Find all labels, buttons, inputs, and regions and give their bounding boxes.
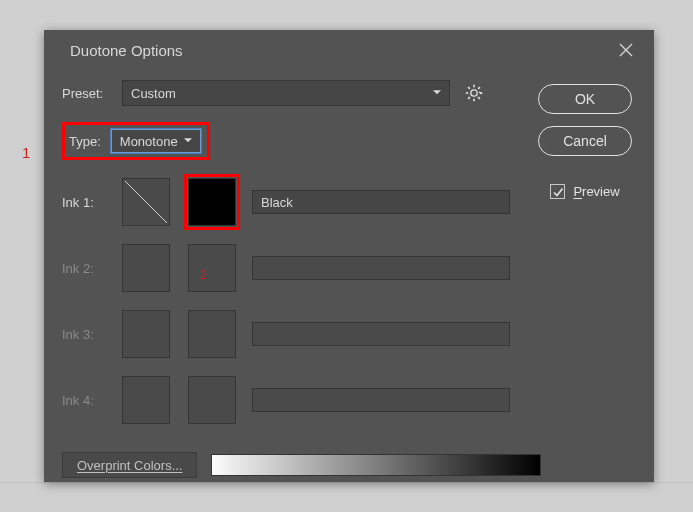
ink-2-curve [122, 244, 170, 292]
ink-3-label: Ink 3: [62, 327, 122, 342]
ink-2-name-field [252, 256, 510, 280]
preset-label: Preset: [62, 86, 122, 101]
svg-point-2 [471, 90, 477, 96]
preview-checkbox[interactable] [550, 184, 565, 199]
ink-2-swatch-wrap [184, 240, 240, 296]
preset-value: Custom [131, 86, 176, 101]
ink-4-name-field [252, 388, 510, 412]
gear-icon [465, 84, 483, 102]
svg-line-10 [478, 87, 480, 89]
ink-4-curve [122, 376, 170, 424]
check-icon [552, 186, 564, 198]
cancel-button[interactable]: Cancel [538, 126, 632, 156]
ink-4-swatch-wrap [184, 372, 240, 428]
preset-settings-button[interactable] [462, 81, 486, 105]
ink-4-color-swatch [188, 376, 236, 424]
gradient-preview [211, 454, 541, 476]
ink-row-3: Ink 3: [62, 310, 636, 358]
ink-3-curve [122, 310, 170, 358]
ink-1-name-field[interactable]: Black [252, 190, 510, 214]
titlebar: Duotone Options [44, 30, 654, 70]
duotone-options-dialog: Duotone Options Preset: Custom [44, 30, 654, 482]
ok-button[interactable]: OK [538, 84, 632, 114]
ink-3-swatch-wrap [184, 306, 240, 362]
close-icon [619, 43, 633, 57]
close-button[interactable] [610, 34, 642, 66]
dialog-title: Duotone Options [70, 42, 610, 59]
type-row-highlight: Type: Monotone [62, 122, 210, 160]
type-select[interactable]: Monotone [111, 129, 201, 153]
annotation-1: 1 [22, 144, 30, 161]
svg-line-8 [478, 97, 480, 99]
ink-1-color-swatch[interactable] [188, 178, 236, 226]
ink-1-name-value: Black [261, 195, 293, 210]
svg-line-9 [468, 97, 470, 99]
ink-3-color-swatch [188, 310, 236, 358]
ink-1-swatch-highlight [184, 174, 240, 230]
preset-select[interactable]: Custom [122, 80, 450, 106]
ink-2-label: Ink 2: [62, 261, 122, 276]
footer-row: Overprint Colors... [62, 452, 636, 478]
type-label: Type: [69, 134, 111, 149]
ink-row-4: Ink 4: [62, 376, 636, 424]
ink-1-label: Ink 1: [62, 195, 122, 210]
preview-label: Preview [573, 184, 619, 199]
ink-row-2: Ink 2: [62, 244, 636, 292]
type-value: Monotone [120, 134, 178, 149]
ink-4-label: Ink 4: [62, 393, 122, 408]
right-column: OK Cancel Preview [536, 84, 634, 199]
ink-2-color-swatch [188, 244, 236, 292]
overprint-colors-button[interactable]: Overprint Colors... [62, 452, 197, 478]
svg-line-7 [468, 87, 470, 89]
preview-row: Preview [550, 184, 619, 199]
annotation-2: 2 [200, 268, 207, 282]
ink-3-name-field [252, 322, 510, 346]
ink-1-curve[interactable] [122, 178, 170, 226]
